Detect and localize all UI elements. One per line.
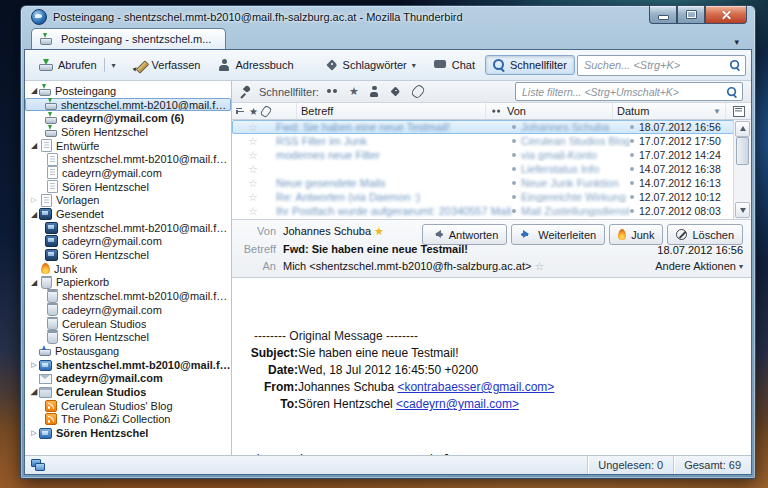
search-icon[interactable] [730,60,740,70]
thread-row[interactable]: ☆ Neue gesendete Mails Neue Junk Funktio… [232,176,734,190]
read-dot [630,125,634,129]
thread-date: 17.07.2012 14:24 [639,149,721,161]
folder-postausgang[interactable]: Postausgang [25,344,231,358]
forward-button[interactable]: Weiterleiten [511,224,605,245]
star-toggle[interactable]: ☆ [244,135,262,148]
scroll-up-button[interactable] [735,121,750,137]
twisty-icon[interactable]: ▷ [29,196,39,204]
pin-icon[interactable] [238,85,252,98]
header-icon-columns[interactable]: ★ [232,103,297,119]
thread-list-header: ★ Betreff Von Datum▼ [232,103,751,120]
filter-starred-icon[interactable]: ★ [347,85,361,98]
thread-row[interactable]: ☆ Ihr Postfach wurde aufgeraeumt: 203405… [232,204,734,218]
star-toggle[interactable]: ☆ [244,205,262,218]
contact-star-icon[interactable]: ★ [374,223,384,241]
minimize-button[interactable] [649,6,677,24]
scroll-down-button[interactable] [735,202,750,218]
address-book-button[interactable]: Adressbuch [210,55,301,75]
star-toggle[interactable]: ☆ [244,177,262,190]
folder-item[interactable]: Sören Hentzschel [25,330,231,344]
twisty-icon[interactable]: ◢ [29,141,39,150]
minimize-icon [658,15,669,20]
column-picker-button[interactable] [726,103,751,119]
folder-item[interactable]: shentzschel.mmt-b2010@mail.fh-salzburg.a… [25,98,231,112]
get-mail-dropdown-arrow[interactable]: ▾ [112,61,116,70]
filter-tag-icon[interactable] [389,85,403,98]
column-header-betreff[interactable]: Betreff [297,103,486,119]
reply-button[interactable]: Antworten [422,224,508,245]
star-toggle[interactable]: ☆ [244,163,262,176]
thread-row[interactable]: ☆ modernes neue Filter via gmail-Konto 1… [232,148,734,162]
folder-item[interactable]: shentzschel.mmt-b2010@mail.fh-salzburg.a… [25,152,231,166]
folder-item[interactable]: shentzschel.mmt-b2010@mail.fh-salzburg.a… [25,221,231,235]
account-cerulean-studios[interactable]: ◢Cerulean Studios [25,385,231,399]
other-actions-button[interactable]: Andere Aktionen ▾ [655,260,743,272]
folder-item[interactable]: cadeyrn@ymail.com [25,303,231,317]
delete-button[interactable]: Löschen [667,224,743,245]
get-mail-button[interactable]: Abrufen ▾ [31,54,124,76]
folder-posteingang[interactable]: ◢Posteingang [25,84,231,98]
scrollbar-thumb[interactable] [736,137,749,165]
folder-vorlagen[interactable]: ▷Vorlagen [25,194,231,208]
from-email-link[interactable]: <kontrabaesser@gmail.com> [397,380,554,394]
star-toggle[interactable]: ☆ [244,149,262,162]
twisty-icon[interactable]: ◢ [29,387,39,396]
folder-item[interactable]: Cerulean Studios [25,317,231,331]
to-email-link[interactable]: <cadeyrn@ymail.com> [396,397,519,411]
thread-row[interactable]: ☆ Fwd: Sie haben eine neue Testmail! Joh… [232,120,734,134]
folder-papierkorb[interactable]: ◢Papierkorb [25,276,231,290]
maximize-button[interactable] [677,6,705,24]
read-dot [512,209,516,213]
get-mail-icon [39,60,53,71]
message-date: 18.07.2012 16:56 [657,244,743,256]
twisty-icon[interactable]: ◢ [29,210,39,219]
star-toggle[interactable]: ☆ [244,191,262,204]
folder-item[interactable]: Sören Hentzschel [25,125,231,139]
list-filter-input[interactable] [520,85,726,99]
write-button[interactable]: Verfassen [126,55,209,76]
feed-item[interactable]: The Pon&Zi Collection [25,413,231,427]
title-bar[interactable]: Posteingang - shentzschel.mmt-b2010@mail… [21,6,755,28]
tab-posteingang[interactable]: Posteingang - shentzschel.m... [31,28,226,49]
tags-button[interactable]: Schlagwörter ▾ [318,55,424,75]
folder-junk[interactable]: Junk [25,262,231,276]
chat-button[interactable]: Chat [426,55,483,75]
folder-item[interactable]: Sören Hentzschel [25,180,231,194]
folder-item[interactable]: Sören Hentzschel [25,248,231,262]
folder-item[interactable]: cadeyrn@ymail.com [25,166,231,180]
column-header-datum[interactable]: Datum▼ [613,103,726,119]
global-search-input[interactable] [582,58,729,72]
thread-row[interactable]: ☆ RSS Filter im Junk Cerulean Studios Bl… [232,134,734,148]
add-contact-star-icon[interactable]: ☆ [534,258,544,276]
account-ymail[interactable]: cadeyrn@ymail.com [25,371,231,385]
network-status-icon[interactable] [31,459,46,471]
twisty-icon[interactable]: ◢ [29,86,39,95]
forward-arrow-icon [520,230,533,239]
twisty-icon[interactable]: ▷ [29,361,39,369]
filter-attachment-icon[interactable] [410,83,426,99]
thread-row[interactable]: ☆ Re: Antworten (via Daemon :) Eingereic… [232,190,734,204]
thread-list-scrollbar[interactable] [733,120,751,219]
folder-item[interactable]: cadeyrn@ymail.com [25,235,231,249]
maximize-icon [686,10,697,19]
close-button[interactable] [705,6,747,24]
folder-entwuerfe[interactable]: ◢Entwürfe [25,139,231,153]
account-soeren-hentzschel[interactable]: ▷Sören Hentzschel [25,426,231,440]
body-to-label: To: [242,396,298,413]
twisty-icon[interactable]: ◢ [29,278,39,287]
folder-item[interactable]: shentzschel.mmt-b2010@mail.fh-salzburg.a… [25,289,231,303]
feed-item[interactable]: Cerulean Studios' Blog [25,399,231,413]
folder-gesendet[interactable]: ◢Gesendet [25,207,231,221]
thread-date: 17.07.2012 17:50 [639,135,721,147]
twisty-icon[interactable]: ▷ [29,429,39,437]
junk-button[interactable]: Junk [609,224,663,245]
quick-filter-toggle-button[interactable]: Schnellfilter [485,55,575,75]
tab-list-button[interactable]: ▾ [728,35,745,49]
star-toggle[interactable]: ☆ [244,121,262,134]
column-header-von[interactable]: Von [486,103,613,119]
folder-item[interactable]: cadeyrn@ymail.com (6) [25,111,231,125]
account-fh-salzburg[interactable]: ▷shentzschel.mmt-b2010@mail.fh-salzburg.… [25,358,231,372]
filter-unread-icon[interactable] [326,85,340,98]
filter-contact-icon[interactable] [368,85,382,98]
thread-row[interactable]: ☆ Lieferstatus Info 14.07.2012 16:38 [232,162,734,176]
